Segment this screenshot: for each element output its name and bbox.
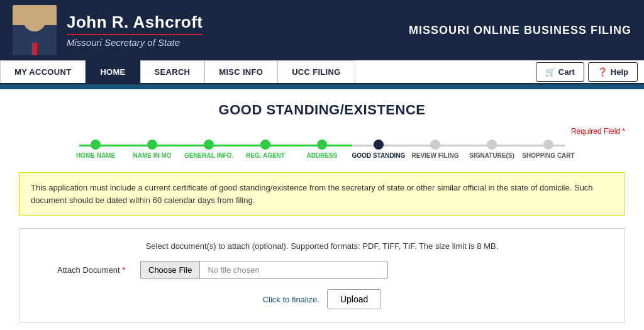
step-reg-agent: REG. AGENT xyxy=(237,140,294,160)
finalize-link[interactable]: Click to finalize. xyxy=(263,295,319,304)
choose-file-button[interactable]: Choose File xyxy=(140,261,199,279)
step-label-name-in-mo: NAME IN MO xyxy=(133,152,171,160)
help-label: Help xyxy=(611,67,628,77)
step-dot-address xyxy=(317,140,327,150)
nav-search[interactable]: SEARCH xyxy=(140,60,205,83)
nav-right-buttons: 🛒 Cart ❓ Help xyxy=(536,60,644,83)
main-content: GOOD STANDING/EXISTENCE Required Field *… xyxy=(0,89,644,330)
step-dot-good-standing xyxy=(374,140,384,150)
step-review-filing: REVIEW FILING xyxy=(407,140,464,160)
help-icon: ❓ xyxy=(597,67,608,77)
avatar xyxy=(13,5,57,55)
step-label-home-name: HOME NAME xyxy=(76,152,115,160)
step-label-shopping-cart: SHOPPING CART xyxy=(522,152,574,160)
warning-text: This application must include a current … xyxy=(31,183,593,205)
step-name-in-mo: NAME IN MO xyxy=(124,140,180,160)
header-title-block: John R. Ashcroft Missouri Secretary of S… xyxy=(67,13,203,48)
step-dot-signatures xyxy=(487,140,497,150)
step-dot-shopping-cart xyxy=(543,140,553,150)
warning-box: This application must include a current … xyxy=(19,172,625,216)
page-title: GOOD STANDING/EXISTENCE xyxy=(19,102,625,118)
secretary-name: John R. Ashcroft xyxy=(67,13,203,32)
step-signatures: SIGNATURE(S) xyxy=(464,140,520,160)
step-label-good-standing: GOOD STANDING xyxy=(352,152,406,160)
step-dot-general-info xyxy=(204,140,214,150)
cart-label: Cart xyxy=(558,67,575,77)
main-nav: MY ACCOUNT HOME SEARCH MISC INFO UCC FIL… xyxy=(0,60,644,84)
nav-ucc-filing[interactable]: UCC FILING xyxy=(277,60,355,83)
nav-my-account[interactable]: MY ACCOUNT xyxy=(0,60,86,83)
header-left: John R. Ashcroft Missouri Secretary of S… xyxy=(13,5,203,55)
cart-icon: 🛒 xyxy=(545,67,555,77)
step-dot-reg-agent xyxy=(260,140,270,150)
step-dot-home-name xyxy=(91,140,101,150)
step-general-info: GENERAL INFO. xyxy=(180,140,237,160)
upload-button[interactable]: Upload xyxy=(327,289,381,309)
portal-title: MISSOURI ONLINE BUSINESS FILING xyxy=(409,24,631,37)
step-dot-name-in-mo xyxy=(147,140,157,150)
progress-steps: HOME NAME NAME IN MO GENERAL INFO. REG. … xyxy=(19,140,625,160)
step-label-address: ADDRESS xyxy=(307,152,338,160)
step-label-reg-agent: REG. AGENT xyxy=(246,152,285,160)
step-label-signatures: SIGNATURE(S) xyxy=(469,152,514,160)
nav-home[interactable]: HOME xyxy=(86,60,140,83)
doc-instruction: Select document(s) to attach (optional).… xyxy=(32,241,612,251)
red-divider xyxy=(67,34,203,35)
cart-button[interactable]: 🛒 Cart xyxy=(536,62,584,82)
file-name-display: No file chosen xyxy=(199,261,388,279)
step-home-name: HOME NAME xyxy=(67,140,124,160)
file-input-container: Choose File No file chosen xyxy=(140,261,388,279)
blue-accent-bar xyxy=(0,84,644,89)
step-label-review-filing: REVIEW FILING xyxy=(412,152,459,160)
upload-row: Click to finalize. Upload xyxy=(32,289,612,309)
step-shopping-cart: SHOPPING CART xyxy=(520,140,577,160)
page-header: John R. Ashcroft Missouri Secretary of S… xyxy=(0,0,644,60)
attach-row: Attach Document * Choose File No file ch… xyxy=(32,261,612,279)
step-label-general-info: GENERAL INFO. xyxy=(184,152,233,160)
step-dot-review-filing xyxy=(430,140,440,150)
required-field-note: Required Field * xyxy=(19,127,625,136)
secretary-title: Missouri Secretary of State xyxy=(67,37,203,48)
required-star: * xyxy=(122,265,125,275)
document-section: Select document(s) to attach (optional).… xyxy=(19,228,625,322)
step-good-standing: GOOD STANDING xyxy=(350,140,407,160)
nav-misc-info[interactable]: MISC INFO xyxy=(204,60,277,83)
help-button[interactable]: ❓ Help xyxy=(588,62,638,82)
attach-label: Attach Document * xyxy=(57,265,133,275)
step-address: ADDRESS xyxy=(294,140,350,160)
